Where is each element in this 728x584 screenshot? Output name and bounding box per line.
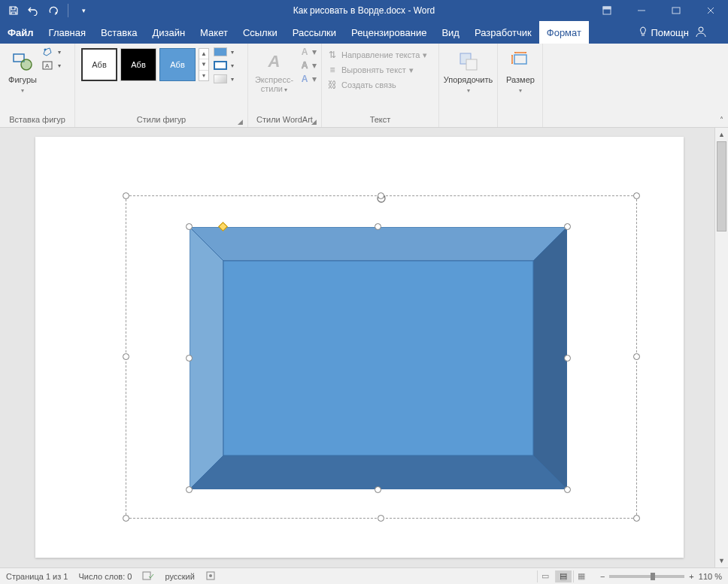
tab-review[interactable]: Рецензирование	[344, 21, 434, 44]
tab-developer[interactable]: Разработчик	[467, 21, 539, 44]
shape-fill-icon	[214, 47, 227, 56]
spellcheck-icon[interactable]	[142, 570, 154, 582]
align-text-button[interactable]: ≡Выровнять текст ▾	[326, 65, 427, 75]
tab-file[interactable]: Файл	[0, 21, 41, 44]
dialog-launcher-icon[interactable]: ◢	[311, 118, 317, 126]
size-button[interactable]: Размер	[502, 47, 538, 96]
save-icon[interactable]	[8, 5, 20, 17]
draw-textbox-button[interactable]: A▾	[42, 60, 74, 71]
tab-mailings[interactable]: Рассылки	[285, 21, 344, 44]
undo-icon[interactable]	[27, 5, 39, 17]
selection-handle[interactable]	[123, 515, 129, 522]
shape-effects-button[interactable]: ▾	[214, 74, 245, 84]
shape-handle[interactable]	[186, 355, 193, 362]
selection-handle[interactable]	[123, 353, 129, 360]
arrange-button[interactable]: Упорядочить	[444, 47, 493, 96]
tab-layout[interactable]: Макет	[193, 21, 235, 44]
shapes-icon	[11, 48, 35, 75]
quick-access-toolbar: ▾	[0, 4, 89, 17]
shape-handle[interactable]	[186, 223, 193, 230]
gallery-scroll[interactable]: ▲ ▼ ▾	[199, 48, 209, 81]
scroll-down-icon[interactable]: ▼	[715, 554, 728, 567]
ribbon-display-options-icon[interactable]	[590, 0, 624, 21]
ribbon-group-shape-styles: Абв Абв Абв ▲ ▼ ▾ ▾ ▾ ▾ Стили фигур◢	[75, 44, 248, 127]
gallery-up-icon[interactable]: ▲	[199, 49, 208, 59]
text-direction-icon: ⇅	[326, 50, 338, 60]
tell-me-help[interactable]: Помощн	[639, 26, 689, 39]
gallery-more-icon[interactable]: ▾	[199, 71, 208, 80]
bevel-rectangle-shape[interactable]	[190, 227, 567, 489]
collapse-ribbon-icon[interactable]: ˄	[720, 116, 723, 124]
text-outline-button[interactable]: A▾	[299, 60, 317, 71]
status-page[interactable]: Страница 1 из 1	[6, 572, 68, 581]
status-language[interactable]: русский	[165, 572, 194, 581]
create-link-button[interactable]: ⛓Создать связь	[326, 80, 427, 90]
status-word-count[interactable]: Число слов: 0	[78, 572, 132, 581]
selection-handle[interactable]	[378, 192, 384, 199]
shape-handle[interactable]	[375, 486, 381, 493]
qat-customize-icon[interactable]: ▾	[77, 5, 89, 17]
selection-handle[interactable]	[633, 192, 640, 199]
status-bar: Страница 1 из 1 Число слов: 0 русский ▭ …	[0, 567, 728, 584]
edit-shape-button[interactable]: ▾	[42, 47, 74, 57]
qat-separator	[68, 4, 68, 17]
zoom-percent[interactable]: 110 %	[699, 572, 722, 581]
macro-record-icon[interactable]	[205, 570, 216, 582]
text-effects-icon: A	[299, 74, 311, 84]
style-thumb-outline[interactable]: Абв	[81, 48, 117, 81]
read-mode-icon[interactable]: ▭	[537, 570, 554, 582]
selection-handle[interactable]	[633, 353, 640, 360]
shape-handle[interactable]	[564, 486, 571, 493]
zoom-slider-thumb[interactable]	[651, 573, 655, 580]
ribbon-group-insert-shapes: Фигуры ▾ A▾ Вставка фигур	[0, 44, 75, 127]
tab-view[interactable]: Вид	[434, 21, 467, 44]
ribbon-tabs: Файл Главная Вставка Дизайн Макет Ссылки…	[0, 21, 728, 44]
print-layout-icon[interactable]: ▤	[555, 570, 572, 582]
text-effects-button[interactable]: A▾	[299, 74, 317, 84]
vertical-scrollbar[interactable]: ▲ ▼	[714, 128, 728, 567]
selection-handle[interactable]	[378, 515, 384, 522]
shapes-label: Фигуры	[8, 75, 38, 95]
minimize-button[interactable]	[624, 0, 659, 21]
dialog-launcher-icon[interactable]: ◢	[238, 118, 243, 126]
shape-fill-button[interactable]: ▾	[214, 47, 245, 57]
selection-handle[interactable]	[123, 192, 129, 199]
zoom-slider[interactable]	[609, 575, 684, 578]
shape-handle[interactable]	[375, 223, 381, 230]
zoom-in-button[interactable]: +	[689, 572, 693, 581]
scroll-up-icon[interactable]: ▲	[715, 128, 728, 141]
close-button[interactable]	[693, 0, 728, 21]
svg-marker-19	[190, 227, 223, 489]
gallery-down-icon[interactable]: ▼	[199, 59, 208, 70]
account-icon[interactable]	[695, 26, 707, 40]
lightbulb-icon	[639, 26, 648, 39]
tab-home[interactable]: Главная	[41, 21, 93, 44]
zoom-out-button[interactable]: −	[600, 572, 605, 581]
shapes-button[interactable]: Фигуры	[5, 47, 41, 96]
shape-handle[interactable]	[564, 355, 571, 362]
web-layout-icon[interactable]: ▦	[573, 570, 590, 582]
text-fill-button[interactable]: A▾	[299, 47, 317, 57]
maximize-button[interactable]	[659, 0, 693, 21]
shape-outline-button[interactable]: ▾	[214, 60, 245, 71]
arrange-label: Упорядочить	[444, 75, 493, 95]
text-direction-button[interactable]: ⇅Направление текста ▾	[326, 50, 427, 60]
selection-handle[interactable]	[633, 515, 640, 522]
scroll-thumb[interactable]	[717, 141, 726, 231]
shape-style-gallery[interactable]: Абв Абв Абв ▲ ▼ ▾	[80, 47, 209, 83]
tab-insert[interactable]: Вставка	[93, 21, 144, 44]
redo-icon[interactable]	[47, 5, 59, 17]
tab-format[interactable]: Формат	[539, 21, 589, 44]
shape-handle[interactable]	[564, 223, 571, 230]
ribbon: Фигуры ▾ A▾ Вставка фигур Абв Абв Абв ▲ …	[0, 44, 728, 128]
style-thumb-blue[interactable]: Абв	[159, 48, 196, 81]
quick-styles-button[interactable]: A Экспресс- стили	[253, 47, 296, 95]
tab-design[interactable]: Дизайн	[144, 21, 193, 44]
shape-effects-icon	[214, 74, 227, 83]
svg-marker-20	[533, 227, 567, 489]
document-page[interactable]	[35, 137, 684, 558]
tab-references[interactable]: Ссылки	[235, 21, 285, 44]
shape-handle[interactable]	[186, 486, 193, 493]
style-thumb-black[interactable]: Абв	[120, 48, 156, 81]
svg-rect-21	[223, 261, 533, 455]
